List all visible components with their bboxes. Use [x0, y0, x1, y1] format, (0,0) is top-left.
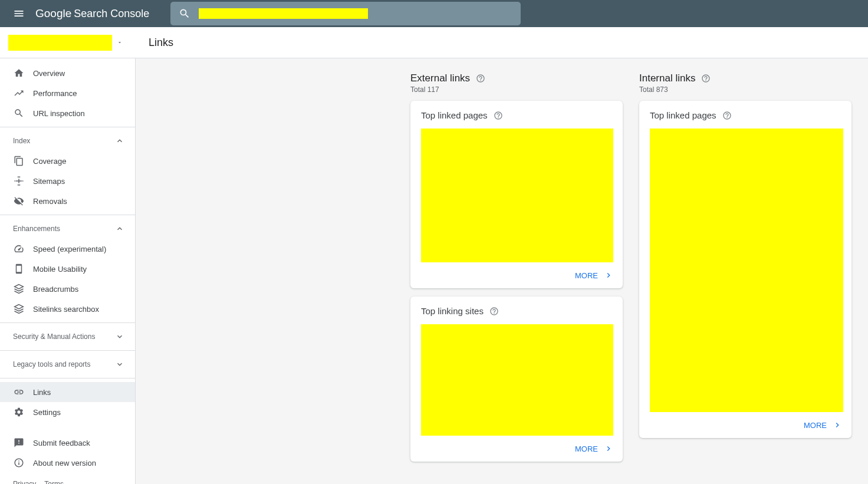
nav-label: Submit feedback: [33, 439, 90, 447]
chevron-down-icon: [115, 332, 124, 341]
nav-label: Links: [33, 388, 51, 397]
trend-icon: [13, 87, 25, 99]
help-icon[interactable]: [494, 111, 503, 120]
home-icon: [13, 67, 25, 79]
redacted-content: [421, 324, 613, 436]
section-label: Legacy tools and reports: [13, 360, 90, 368]
section-label: Enhancements: [13, 225, 60, 233]
nav-about[interactable]: About new version: [0, 453, 135, 473]
nav-section-security[interactable]: Security & Manual Actions: [0, 327, 135, 347]
external-total: Total 117: [410, 85, 623, 94]
title-text: External links: [410, 73, 470, 84]
nav-sitemaps[interactable]: Sitemaps: [0, 171, 135, 191]
help-icon[interactable]: [722, 111, 732, 120]
nav-label: Sitelinks searchbox: [33, 305, 99, 314]
nav-overview[interactable]: Overview: [0, 63, 135, 83]
internal-top-pages-card: Top linked pages MORE: [639, 101, 851, 438]
logo-product: Search Console: [74, 8, 149, 20]
nav-label: Settings: [33, 408, 61, 417]
divider: [0, 350, 135, 351]
chevron-right-icon: [833, 420, 842, 430]
footer-links: Privacy Terms: [0, 473, 135, 484]
chevron-up-icon: [115, 136, 124, 146]
nav-section-index[interactable]: Index: [0, 131, 135, 151]
nav-label: Mobile Usability: [33, 265, 87, 274]
nav-label: Performance: [33, 89, 77, 98]
nav-removals[interactable]: Removals: [0, 191, 135, 211]
external-top-sites-card: Top linking sites MORE: [410, 297, 623, 462]
redacted-content: [421, 129, 613, 262]
nav-breadcrumbs[interactable]: Breadcrumbs: [0, 279, 135, 299]
sidebar: Overview Performance URL inspection Inde…: [0, 58, 136, 484]
internal-links-column: Internal links Total 873 Top linked page…: [639, 73, 851, 470]
external-top-pages-card: Top linked pages MORE: [410, 101, 623, 288]
sitemap-icon: [13, 175, 25, 187]
app-logo: Google Search Console: [35, 7, 149, 20]
nav-sitelinks-searchbox[interactable]: Sitelinks searchbox: [0, 299, 135, 319]
privacy-link[interactable]: Privacy: [13, 480, 36, 484]
nav-label: Removals: [33, 197, 67, 206]
nav-feedback[interactable]: Submit feedback: [0, 433, 135, 453]
dropdown-arrow-icon: [117, 39, 123, 45]
internal-total: Total 873: [639, 85, 851, 94]
app-header: Google Search Console: [0, 0, 868, 27]
property-selector[interactable]: [0, 35, 136, 51]
external-links-column: External links Total 117 Top linked page…: [410, 73, 623, 470]
search-icon: [179, 8, 190, 19]
menu-button[interactable]: [5, 1, 33, 27]
nav-performance[interactable]: Performance: [0, 83, 135, 103]
speed-icon: [13, 243, 25, 255]
help-icon[interactable]: [701, 74, 711, 83]
help-icon[interactable]: [476, 74, 485, 83]
terms-link[interactable]: Terms: [44, 480, 64, 484]
hamburger-icon: [13, 8, 25, 19]
search-input-redacted[interactable]: [199, 8, 368, 19]
visibility-off-icon: [13, 195, 25, 207]
searchbox-icon: [13, 303, 25, 315]
more-button[interactable]: MORE: [410, 262, 623, 288]
chevron-down-icon: [115, 360, 124, 369]
section-label: Index: [13, 137, 30, 145]
nav-label: Speed (experimental): [33, 245, 106, 253]
more-button[interactable]: MORE: [639, 412, 851, 438]
nav-label: Breadcrumbs: [33, 285, 78, 294]
help-icon[interactable]: [489, 307, 499, 316]
info-icon: [13, 457, 25, 469]
nav-label: Coverage: [33, 157, 66, 166]
nav-settings[interactable]: Settings: [0, 402, 135, 422]
chevron-right-icon: [604, 271, 613, 280]
divider: [0, 322, 135, 323]
title-text: Internal links: [639, 73, 695, 84]
nav-mobile-usability[interactable]: Mobile Usability: [0, 259, 135, 279]
divider: [0, 127, 135, 127]
magnify-icon: [13, 107, 25, 119]
nav-speed[interactable]: Speed (experimental): [0, 239, 135, 259]
link-icon: [13, 386, 25, 398]
feedback-icon: [13, 437, 25, 449]
nav-url-inspection[interactable]: URL inspection: [0, 103, 135, 123]
more-label: MORE: [804, 421, 827, 430]
breadcrumb-icon: [13, 283, 25, 295]
nav-label: Overview: [33, 69, 65, 78]
divider: [0, 378, 135, 378]
more-label: MORE: [575, 271, 598, 280]
chevron-right-icon: [604, 444, 613, 453]
property-bar: Links: [0, 27, 868, 58]
more-button[interactable]: MORE: [410, 436, 623, 462]
nav-section-legacy[interactable]: Legacy tools and reports: [0, 354, 135, 374]
mobile-icon: [13, 263, 25, 275]
nav-links[interactable]: Links: [0, 382, 135, 402]
card-title: Top linked pages: [421, 110, 488, 120]
pages-icon: [13, 155, 25, 167]
nav-label: Sitemaps: [33, 177, 65, 186]
logo-google: Google: [35, 7, 71, 20]
more-label: MORE: [575, 445, 598, 453]
main-content: External links Total 117 Top linked page…: [136, 58, 868, 484]
property-name-redacted: [8, 35, 112, 51]
nav-section-enhancements[interactable]: Enhancements: [0, 219, 135, 239]
divider: [0, 215, 135, 215]
nav-coverage[interactable]: Coverage: [0, 151, 135, 171]
section-label: Security & Manual Actions: [13, 332, 95, 341]
external-links-title: External links: [410, 73, 485, 84]
url-inspection-search[interactable]: [170, 2, 521, 25]
